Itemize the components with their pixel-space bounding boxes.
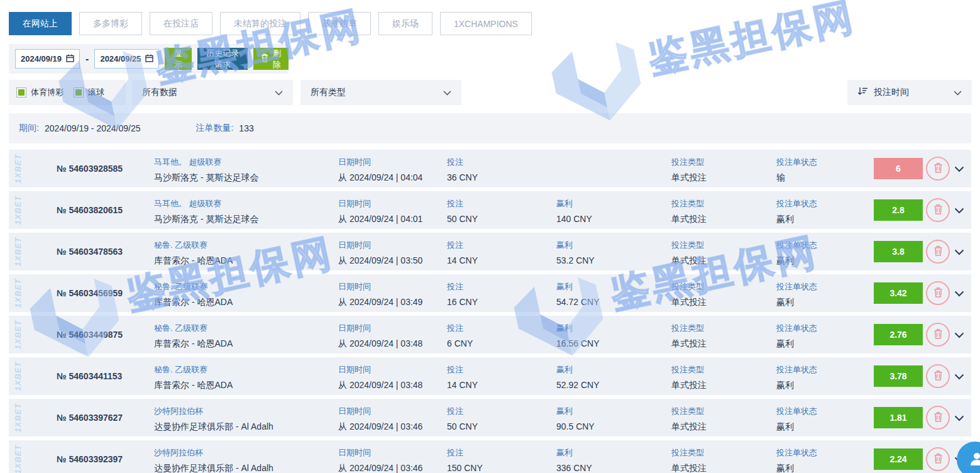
bet-id: № 54603928585 [57, 164, 123, 174]
bet-id: № 54603820615 [57, 205, 123, 215]
date-from-input[interactable]: 2024/09/19 [15, 49, 80, 69]
league-name[interactable]: 秘鲁. 乙级联赛 [154, 364, 233, 376]
show-button[interactable]: 显示 [165, 48, 192, 70]
sort-dropdown[interactable]: 投注时间 [847, 80, 972, 105]
history-request-button[interactable]: 历史记录请求 [197, 48, 248, 70]
league-name[interactable]: 马耳他。 超级联赛 [154, 198, 258, 209]
date-cell: 日期时间 从 2024/09/24 | 03:48 [338, 364, 422, 391]
bet-amount-cell: 投注 6 CNY [447, 323, 473, 348]
bet-type-cell: 投注类型 单式投注 [671, 157, 707, 184]
delete-bet-button[interactable] [926, 447, 950, 471]
period-value: 2024/09/19 - 2024/09/25 [45, 123, 141, 133]
bet-row[interactable]: 1XBET № 54603820615 马耳他。 超级联赛 马沙斯洛克 - 莫斯… [9, 191, 971, 229]
delete-bet-button[interactable] [926, 157, 950, 181]
summary-bar: 期间: 2024/09/19 - 2024/09/25 注单数量: 133 [9, 113, 971, 143]
date-cell: 日期时间 从 2024/09/24 | 03:46 [338, 447, 422, 473]
match-name: 库普索尔 - 哈恩ADA [154, 297, 233, 308]
expand-row-chevron-icon[interactable] [954, 208, 964, 214]
expand-row-chevron-icon[interactable] [954, 415, 964, 421]
win-amount-cell: 赢利 140 CNY [556, 198, 592, 224]
tab-benchmark-odds[interactable]: 基准赔率 [308, 12, 371, 35]
odds-badge: 2.24 [874, 448, 923, 470]
expand-row-chevron-icon[interactable] [954, 291, 964, 297]
delete-bet-button[interactable] [926, 240, 950, 264]
bet-row[interactable]: 1XBET № 54603441153 秘鲁. 乙级联赛 库普索尔 - 哈恩AD… [9, 357, 971, 395]
calendar-icon[interactable] [66, 54, 74, 64]
status-value: 输 [776, 172, 817, 184]
status-value: 赢利 [776, 255, 817, 267]
league-name[interactable]: 秘鲁. 乙级联赛 [154, 240, 233, 251]
date-to-input[interactable]: 2024/09/25 [94, 49, 159, 69]
bet-row[interactable]: 1XBET № 54603928585 马耳他。 超级联赛 马沙斯洛克 - 莫斯… [9, 150, 971, 187]
bet-kind-checkboxes: 体育博彩 滚球 [9, 80, 126, 105]
match-cell: 秘鲁. 乙级联赛 库普索尔 - 哈恩ADA [154, 364, 233, 391]
all-data-dropdown[interactable]: 所有数据 [132, 80, 293, 105]
match-name: 马沙斯洛克 - 莫斯达足球会 [154, 214, 258, 225]
tab-on-site[interactable]: 在网站上 [9, 12, 72, 35]
match-name: 马沙斯洛克 - 莫斯达足球会 [154, 172, 258, 184]
league-name[interactable]: 沙特阿拉伯杯 [154, 406, 273, 417]
checkbox-live-betting[interactable]: 滚球 [74, 87, 104, 98]
chevron-down-icon [275, 87, 283, 98]
date-from-value: 2024/09/19 [21, 54, 62, 64]
match-cell: 秘鲁. 乙级联赛 库普索尔 - 哈恩ADA [154, 240, 233, 267]
expand-row-chevron-icon[interactable] [954, 166, 964, 172]
tab-1xchampions[interactable]: 1XCHAMPIONS [440, 12, 532, 35]
delete-bet-button[interactable] [926, 281, 950, 305]
bet-type-cell: 投注类型 单式投注 [671, 240, 707, 267]
bet-status-cell: 投注单状态 赢利 [776, 323, 817, 350]
bet-type-cell: 投注类型 单式投注 [671, 447, 707, 473]
tab-unsettled-bets[interactable]: 未结算的投注 [220, 12, 300, 35]
bet-status-cell: 投注单状态 赢利 [776, 281, 817, 308]
bet-status-cell: 投注单状态 输 [776, 157, 817, 184]
expand-row-chevron-icon[interactable] [954, 374, 964, 380]
league-name[interactable]: 马耳他。 超级联赛 [154, 157, 258, 168]
bet-id: № 54603441153 [57, 371, 122, 381]
bet-status-cell: 投注单状态 赢利 [776, 198, 817, 225]
bet-row[interactable]: 1XBET № 54603456959 秘鲁. 乙级联赛 库普索尔 - 哈恩AD… [9, 274, 971, 312]
match-cell: 马耳他。 超级联赛 马沙斯洛克 - 莫斯达足球会 [154, 198, 258, 225]
1xbet-brand-label: 1XBET [13, 279, 23, 308]
expand-row-chevron-icon[interactable] [954, 249, 964, 255]
bet-amount-cell: 投注 50 CNY [447, 406, 478, 431]
tab-toto[interactable]: 多多博彩 [79, 12, 142, 35]
win-amount-cell: 赢利 336 CNY [556, 447, 592, 473]
1xbet-brand-label: 1XBET [13, 320, 23, 350]
date-filter-panel: 2024/09/19 - 2024/09/25 显示 历史记录请求 删除 [9, 44, 289, 74]
bet-row[interactable]: 1XBET № 54603397627 沙特阿拉伯杯 达曼协作足球俱乐部 - A… [9, 399, 971, 437]
match-cell: 沙特阿拉伯杯 达曼协作足球俱乐部 - Al Adalh [154, 447, 273, 473]
bet-row[interactable]: 1XBET № 54603449875 秘鲁. 乙级联赛 库普索尔 - 哈恩AD… [9, 316, 971, 353]
bet-type-cell: 投注类型 单式投注 [671, 323, 707, 350]
odds-badge: 6 [874, 158, 923, 179]
bet-status-cell: 投注单状态 赢利 [776, 406, 817, 433]
delete-bet-button[interactable] [926, 406, 950, 430]
checkbox-checked-icon[interactable] [74, 87, 84, 97]
checkbox-checked-icon[interactable] [16, 87, 26, 97]
bet-row[interactable]: 1XBET № 54603478563 秘鲁. 乙级联赛 库普索尔 - 哈恩AD… [9, 233, 971, 270]
league-name[interactable]: 沙特阿拉伯杯 [154, 447, 273, 459]
expand-row-chevron-icon[interactable] [954, 332, 964, 338]
league-name[interactable]: 秘鲁. 乙级联赛 [154, 281, 233, 292]
date-to-value: 2024/09/25 [100, 54, 141, 64]
delete-bet-button[interactable] [926, 323, 950, 347]
status-value: 赢利 [776, 297, 817, 308]
bet-amount-cell: 投注 14 CNY [447, 240, 478, 265]
delete-bet-button[interactable] [926, 198, 950, 222]
delete-bet-button[interactable] [926, 364, 950, 388]
all-types-dropdown[interactable]: 所有类型 [300, 80, 461, 105]
checkbox-sports-betting[interactable]: 体育博彩 [16, 87, 63, 98]
bet-row[interactable]: 1XBET № 54603392397 沙特阿拉伯杯 达曼协作足球俱乐部 - A… [9, 440, 971, 473]
status-value: 赢利 [776, 214, 817, 225]
match-name: 库普索尔 - 哈恩ADA [154, 338, 233, 350]
match-cell: 沙特阿拉伯杯 达曼协作足球俱乐部 - Al Adalh [154, 406, 273, 433]
calendar-icon[interactable] [145, 54, 153, 64]
trash-icon [261, 53, 268, 64]
tab-casino[interactable]: 娱乐场 [378, 12, 432, 35]
league-name[interactable]: 秘鲁. 乙级联赛 [154, 323, 233, 334]
tab-betting-shop[interactable]: 在投注店 [150, 12, 212, 35]
odds-badge: 3.78 [874, 365, 923, 387]
match-cell: 秘鲁. 乙级联赛 库普索尔 - 哈恩ADA [154, 281, 233, 308]
delete-button[interactable]: 删除 [253, 48, 289, 70]
bet-amount-cell: 投注 16 CNY [447, 281, 478, 307]
bet-id: № 54603456959 [57, 288, 123, 298]
